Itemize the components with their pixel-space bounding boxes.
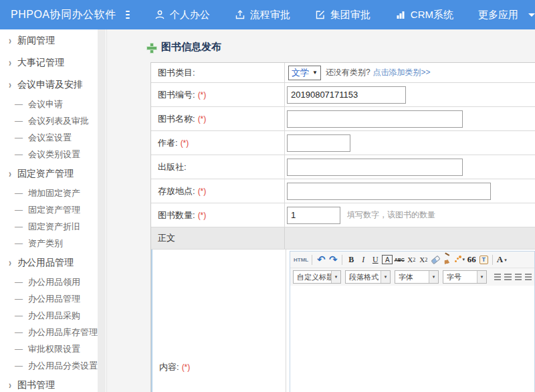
required-mark: (*) [198,90,207,100]
book-form: 图书类目: 文学 ▼ 还没有类别? 点击添加类别>> 图书编号: (*) [150,62,535,392]
custom-title-select[interactable]: 自定义标题 ▾ [293,270,341,284]
sidebar-item-meeting-apply[interactable]: —会议申请 [0,96,106,112]
book-number-input[interactable] [287,86,406,104]
paragraph-format-select[interactable]: 段落格式 ▾ [345,270,391,284]
sidebar-item-supplies-category[interactable]: —办公用品分类设置 [0,357,106,374]
font-family-select[interactable]: 字体 ▾ [395,270,439,284]
sidebar-item-books[interactable]: ›图书管理 [0,374,106,392]
row-author: 作者: (*) [151,131,535,155]
location-input[interactable] [287,183,491,200]
page-title: 图书信息发布 [161,41,221,54]
dash-icon: — [15,150,23,159]
chevron-right-icon: › [9,256,11,268]
eraser-icon[interactable] [430,254,441,266]
category-hint: 还没有类别? [326,67,370,78]
redo-icon[interactable]: ↷ [328,254,338,266]
chevron-right-icon: › [9,34,11,46]
select-caret-icon: ▼ [312,70,318,76]
compose-icon [315,9,326,20]
add-plus-icon [146,43,156,52]
strikethrough-button[interactable]: ABC [394,254,405,266]
select-caret-icon: ▾ [381,271,390,283]
text-border-button[interactable]: A [382,255,393,264]
book-name-input[interactable] [287,110,463,128]
upload-icon [235,9,245,20]
sidebar-item-asset-add[interactable]: —增加固定资产 [0,185,106,201]
required-mark: (*) [198,114,207,124]
quantity-hint: 填写数字，该图书的数量 [347,209,435,221]
paste-as-text-icon[interactable]: T [478,254,489,266]
subscript-button[interactable]: X2 [418,254,429,266]
sidebar-item-asset-manage[interactable]: —固定资产管理 [0,201,106,218]
sidebar-item-meeting-room[interactable]: —会议室设置 [0,129,106,146]
author-label: 作者: [158,137,178,149]
row-location: 存放地点: (*) [151,179,535,203]
align-center-icon[interactable] [504,274,511,280]
nav-process-approval[interactable]: 流程审批 [235,9,290,21]
nav-group-approval[interactable]: 集团审批 [315,9,370,21]
superscript-button[interactable]: X2 [406,254,417,266]
dash-icon: — [15,345,23,354]
sidebar-item-approval-permission[interactable]: —审批权限设置 [0,340,106,357]
editor-toolbar-row1: HTML ↶ ↷ B I U A ABC X2 X2 [290,252,534,268]
format-brush-icon[interactable] [442,254,453,266]
location-label: 存放地点: [158,185,195,197]
sidebar-item-supplies-manage[interactable]: —办公用品管理 [0,290,106,307]
sidebar-scrollbar[interactable] [98,29,106,392]
user-icon [154,9,165,20]
select-caret-icon: ▾ [477,271,486,283]
required-mark: (*) [181,138,189,148]
row-body-section: 正文 [151,227,535,250]
nav-crm-system[interactable]: CRM系统 [395,9,453,21]
author-input[interactable] [287,134,350,152]
sidebar-item-news[interactable]: ›新闻管理 [0,29,106,52]
align-right-icon[interactable] [515,274,522,280]
section-header: 正文 [158,232,175,244]
sidebar-item-events[interactable]: ›大事记管理 [0,52,106,74]
auto-typeset-icon[interactable]: ▾ [454,254,465,266]
dash-icon: — [15,116,23,126]
italic-button[interactable]: I [358,254,368,266]
font-color-button[interactable]: A▾ [496,254,507,266]
undo-icon[interactable]: ↶ [316,254,326,266]
nav-personal-office[interactable]: 个人办公 [154,9,210,21]
dash-icon: — [15,294,23,304]
dash-icon: — [15,239,23,248]
sidebar-item-supplies[interactable]: ›办公用品管理 [0,252,106,274]
quantity-label: 图书数量: [158,209,195,221]
sidebar-item-supplies-claim[interactable]: —办公用品领用 [0,274,106,290]
sidebar-item-meeting-list[interactable]: —会议列表及审批 [0,112,106,129]
nav-more-apps[interactable]: 更多应用 [478,9,535,21]
dash-icon: — [15,222,23,231]
blockquote-button[interactable]: 66 [466,254,477,266]
align-justify-icon[interactable] [525,274,532,280]
sidebar-item-meeting[interactable]: ›会议申请及安排 [0,74,106,96]
editor-toolbar-row2: 自定义标题 ▾ 段落格式 ▾ 字体 ▾ [290,268,534,286]
sidebar-item-asset-category[interactable]: —资产类别 [0,235,106,252]
underline-button[interactable]: U [370,254,381,266]
sidebar-item-asset-depreciation[interactable]: —固定资产折旧 [0,218,106,235]
book-category-select[interactable]: 文学 ▼ [288,66,321,80]
content-label: 内容: [159,361,179,373]
row-publisher: 出版社: [151,155,535,179]
bar-chart-icon [395,9,406,20]
chevron-right-icon: › [9,56,11,68]
sidebar-item-supplies-stock[interactable]: —办公用品库存管理 [0,324,106,340]
align-left-icon[interactable] [494,274,501,280]
select-caret-icon: ▾ [429,271,438,283]
sidebar-item-assets[interactable]: ›固定资产管理 [0,163,106,185]
dash-icon: — [15,100,23,109]
quantity-input[interactable] [287,207,340,224]
html-source-button[interactable]: HTML [294,254,308,266]
row-content: 内容: (*) HTML ↶ ↷ B I U [151,250,535,392]
sidebar-item-meeting-category[interactable]: —会议类别设置 [0,146,106,163]
publisher-input[interactable] [287,159,463,176]
bold-button[interactable]: B [346,254,356,266]
dash-icon: — [15,133,23,142]
sidebar-item-supplies-purchase[interactable]: —办公用品采购 [0,307,106,324]
editor-content-area[interactable] [290,286,534,392]
app-title: PHPOA协同办公软件 [11,8,116,22]
font-size-select[interactable]: 字号 ▾ [443,270,487,284]
publisher-label: 出版社: [158,161,187,173]
add-category-link[interactable]: 点击添加类别>> [373,67,431,78]
